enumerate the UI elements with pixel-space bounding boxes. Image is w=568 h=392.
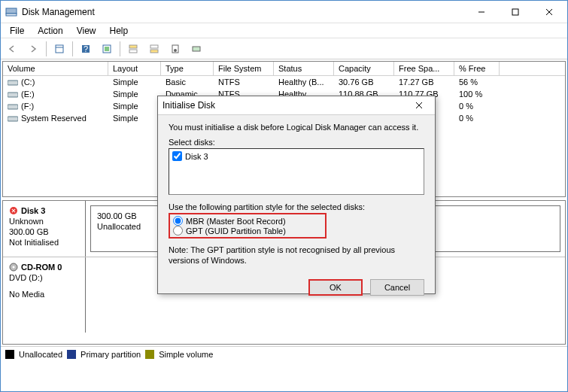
col-freespace[interactable]: Free Spa... — [394, 62, 454, 75]
dialog-close-button[interactable] — [408, 96, 430, 114]
disk-info: Disk 3 Unknown 300.00 GB Not Initialised — [3, 201, 86, 257]
optical-drive-icon — [9, 263, 18, 272]
volume-name: (E:) — [21, 90, 35, 99]
app-icon — [5, 6, 17, 18]
radio-gpt[interactable]: GPT (GUID Partition Table) — [173, 226, 322, 236]
disk-checkbox-row[interactable]: Disk 3 — [171, 150, 422, 162]
legend-swatch-primary — [67, 350, 76, 359]
toolbar-layout-bottom-icon[interactable] — [146, 41, 163, 57]
close-button[interactable] — [532, 1, 566, 23]
toolbar-divider — [46, 41, 47, 56]
svg-rect-13 — [129, 50, 137, 53]
svg-rect-19 — [8, 81, 18, 85]
menubar: File Action View Help — [1, 23, 567, 38]
toolbar-layout-top-icon[interactable] — [125, 41, 141, 57]
menu-action[interactable]: Action — [32, 24, 68, 38]
toolbar-divider — [72, 41, 73, 56]
volume-header: Volume Layout Type File System Status Ca… — [3, 62, 565, 76]
partition-style-label: Use the following partition style for th… — [169, 202, 424, 211]
svg-point-25 — [13, 266, 15, 269]
cancel-button[interactable]: Cancel — [370, 279, 424, 296]
svg-rect-6 — [56, 45, 63, 53]
disk-info: CD-ROM 0 DVD (D:) No Media — [3, 257, 86, 333]
radio-gpt-input[interactable] — [173, 226, 183, 236]
svg-rect-14 — [150, 45, 158, 48]
help-icon[interactable]: ? — [77, 41, 94, 57]
disk-warning-icon — [9, 206, 18, 215]
menu-help[interactable]: Help — [104, 24, 135, 38]
radio-mbr-input[interactable] — [173, 216, 183, 226]
legend: Unallocated Primary partition Simple vol… — [1, 346, 567, 361]
drive-icon — [8, 91, 18, 99]
svg-text:?: ? — [84, 44, 88, 53]
svg-rect-3 — [512, 9, 518, 15]
dialog-message: You must initialise a disk before Logica… — [169, 123, 424, 132]
svg-rect-21 — [8, 105, 18, 109]
svg-point-17 — [174, 49, 177, 52]
back-button[interactable] — [4, 41, 20, 57]
window-title: Disk Management — [22, 7, 464, 17]
col-volume[interactable]: Volume — [3, 62, 108, 75]
radio-mbr[interactable]: MBR (Master Boot Record) — [173, 216, 322, 226]
toolbar-divider — [120, 41, 120, 56]
maximize-button[interactable] — [498, 1, 532, 23]
col-capacity[interactable]: Capacity — [334, 62, 394, 75]
col-filesystem[interactable]: File System — [214, 62, 274, 75]
svg-rect-1 — [6, 14, 17, 16]
toolbar-properties-icon[interactable] — [167, 41, 184, 57]
legend-swatch-simple — [145, 350, 154, 359]
svg-rect-11 — [105, 47, 109, 51]
svg-rect-12 — [129, 45, 137, 48]
dialog-note: Note: The GPT partition style is not rec… — [169, 245, 424, 266]
select-disks-label: Select disks: — [169, 138, 424, 147]
initialise-disk-dialog: Initialise Disk You must initialise a di… — [157, 96, 436, 294]
minimize-button[interactable] — [464, 1, 498, 23]
volume-name: System Reserved — [21, 114, 87, 123]
disk-management-window: Disk Management File Action View Help ? — [0, 0, 568, 392]
col-type[interactable]: Type — [161, 62, 214, 75]
svg-rect-18 — [193, 47, 200, 51]
disk-checkbox[interactable] — [172, 151, 182, 161]
titlebar: Disk Management — [1, 1, 567, 23]
dialog-title: Initialise Disk — [163, 100, 408, 111]
drive-icon — [8, 103, 18, 111]
svg-rect-15 — [150, 50, 158, 53]
drive-icon — [8, 115, 18, 123]
svg-rect-22 — [8, 117, 18, 121]
dialog-titlebar: Initialise Disk — [158, 96, 435, 115]
toolbar-refresh-icon[interactable] — [99, 41, 115, 57]
col-pctfree[interactable]: % Free — [454, 62, 500, 75]
forward-button[interactable] — [25, 41, 41, 57]
svg-rect-0 — [6, 8, 17, 14]
volume-name: (C:) — [21, 77, 35, 87]
col-status[interactable]: Status — [274, 62, 334, 75]
disk-select-list[interactable]: Disk 3 — [169, 148, 424, 195]
menu-file[interactable]: File — [4, 24, 30, 38]
menu-view[interactable]: View — [71, 24, 102, 38]
toolbar-settings-icon[interactable] — [188, 41, 205, 57]
legend-swatch-unallocated — [5, 350, 14, 359]
drive-icon — [8, 79, 18, 87]
col-layout[interactable]: Layout — [108, 62, 161, 75]
ok-button[interactable]: OK — [308, 279, 363, 296]
volume-row[interactable]: (C:) Simple Basic NTFS Healthy (B... 30.… — [3, 76, 565, 88]
toolbar: ? — [1, 38, 567, 59]
toolbar-panel-icon[interactable] — [51, 41, 68, 57]
volume-name: (F:) — [21, 102, 34, 111]
partition-style-group: MBR (Master Boot Record) GPT (GUID Parti… — [169, 213, 327, 239]
svg-rect-20 — [8, 93, 18, 97]
